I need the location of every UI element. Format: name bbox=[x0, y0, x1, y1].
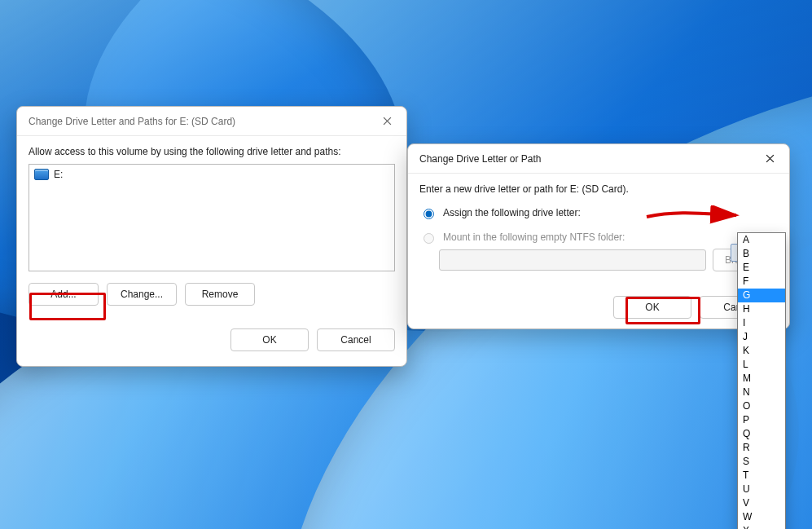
close-icon bbox=[383, 117, 392, 126]
radio-mount-folder-row[interactable]: Mount in the following empty NTFS folder… bbox=[419, 231, 778, 244]
dropdown-option[interactable]: W bbox=[738, 510, 785, 524]
dialog-change-drive-letter-or-path: Change Drive Letter or Path Enter a new … bbox=[407, 143, 790, 329]
mount-path-input bbox=[439, 249, 706, 271]
dropdown-option[interactable]: P bbox=[738, 413, 785, 427]
dropdown-option[interactable]: T bbox=[738, 469, 785, 483]
dropdown-option[interactable]: Q bbox=[738, 427, 785, 441]
titlebar: Change Drive Letter and Paths for E: (SD… bbox=[17, 107, 406, 136]
titlebar: Change Drive Letter or Path bbox=[408, 144, 789, 174]
list-item-label: E: bbox=[54, 169, 63, 180]
dropdown-option[interactable]: V bbox=[738, 496, 785, 510]
radio-mount-folder[interactable] bbox=[424, 233, 434, 244]
dropdown-option[interactable]: G bbox=[738, 289, 785, 302]
dropdown-option[interactable]: O bbox=[738, 399, 785, 413]
instruction-text: Allow access to this volume by using the… bbox=[29, 146, 395, 157]
close-button[interactable] bbox=[758, 148, 781, 170]
ok-button[interactable]: OK bbox=[230, 328, 309, 351]
dropdown-option[interactable]: I bbox=[738, 316, 785, 330]
list-item[interactable]: E: bbox=[29, 166, 394, 183]
radio-mount-folder-label: Mount in the following empty NTFS folder… bbox=[443, 231, 625, 243]
radio-assign-letter[interactable] bbox=[424, 209, 434, 219]
remove-button[interactable]: Remove bbox=[185, 283, 255, 306]
close-button[interactable] bbox=[375, 110, 398, 133]
dropdown-option[interactable]: N bbox=[738, 386, 785, 399]
cancel-button[interactable]: Cancel bbox=[317, 328, 395, 351]
instruction-text: Enter a new drive letter or path for E: … bbox=[419, 183, 778, 195]
dialog-change-drive-letter-paths: Change Drive Letter and Paths for E: (SD… bbox=[16, 106, 407, 367]
dropdown-option[interactable]: J bbox=[738, 330, 785, 344]
dropdown-option[interactable]: A bbox=[738, 233, 785, 247]
add-button[interactable]: Add... bbox=[29, 283, 99, 306]
dropdown-option[interactable]: S bbox=[738, 455, 785, 469]
radio-assign-letter-label: Assign the following drive letter: bbox=[443, 207, 581, 218]
dropdown-option[interactable]: E bbox=[738, 261, 785, 275]
dropdown-option[interactable]: B bbox=[738, 247, 785, 261]
drive-letter-dropdown[interactable]: ABEFGHIJKLMNOPQRSTUVWXY bbox=[737, 232, 786, 529]
dropdown-option[interactable]: F bbox=[738, 275, 785, 289]
radio-assign-letter-row[interactable]: Assign the following drive letter: bbox=[419, 206, 778, 219]
dropdown-option[interactable]: H bbox=[738, 302, 785, 316]
dialog-title: Change Drive Letter and Paths for E: (SD… bbox=[29, 116, 235, 127]
dropdown-option[interactable]: M bbox=[738, 372, 785, 386]
dialog-title: Change Drive Letter or Path bbox=[419, 153, 541, 165]
paths-listbox[interactable]: E: bbox=[29, 164, 395, 271]
dropdown-option[interactable]: L bbox=[738, 358, 785, 372]
close-icon bbox=[766, 154, 775, 163]
ok-button[interactable]: OK bbox=[613, 296, 691, 319]
drive-icon bbox=[34, 169, 49, 180]
dropdown-option[interactable]: X bbox=[738, 524, 785, 529]
dropdown-option[interactable]: U bbox=[738, 483, 785, 496]
dropdown-option[interactable]: R bbox=[738, 441, 785, 455]
dropdown-option[interactable]: K bbox=[738, 344, 785, 358]
change-button[interactable]: Change... bbox=[107, 283, 177, 306]
